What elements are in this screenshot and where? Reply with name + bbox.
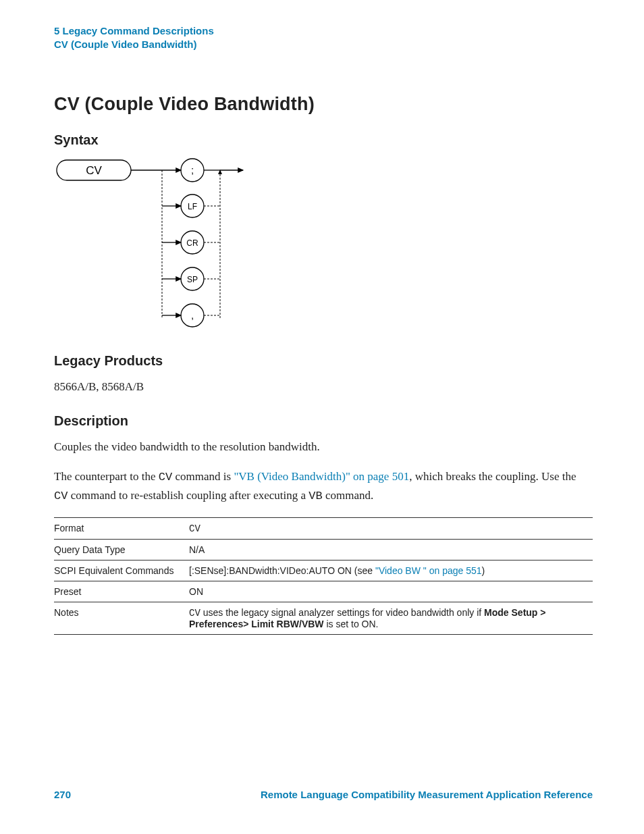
scpi-text-a: [:SENse]:BANDwidth:VIDeo:AUTO ON (see: [189, 565, 375, 576]
page-title: CV (Couple Video Bandwidth): [54, 94, 593, 115]
table-row: Format CV: [54, 517, 593, 539]
diagram-opt-4: ,: [191, 309, 194, 321]
table-row: SCPI Equivalent Commands [:SENse]:BANDwi…: [54, 560, 593, 581]
syntax-diagram: CV ; LF CR SP ,: [54, 157, 593, 336]
table-row: Notes CV uses the legacy signal analyzer…: [54, 602, 593, 634]
row-format-val: CV: [189, 517, 593, 539]
legacy-products-text: 8566A/B, 8568A/B: [54, 378, 593, 396]
page-number: 270: [54, 789, 71, 800]
legacy-products-heading: Legacy Products: [54, 353, 593, 369]
header-topic-line: CV (Couple Video Bandwidth): [54, 38, 593, 51]
row-query-val: N/A: [189, 539, 593, 560]
desc-p2c: , which breaks the coupling. Use the: [409, 470, 576, 483]
row-format-key: Format: [54, 517, 189, 539]
description-heading: Description: [54, 413, 593, 429]
row-scpi-val: [:SENse]:BANDwidth:VIDeo:AUTO ON (see "V…: [189, 560, 593, 581]
diagram-start-label: CV: [86, 164, 102, 177]
desc-p2-code1: CV: [159, 471, 172, 484]
row-preset-val: ON: [189, 581, 593, 602]
row-scpi-key: SCPI Equivalent Commands: [54, 560, 189, 581]
desc-p2b: command is: [172, 470, 234, 483]
vb-link[interactable]: "VB (Video Bandwidth)" on page 501: [234, 470, 409, 483]
syntax-heading: Syntax: [54, 132, 593, 148]
desc-p2-code2: CV: [54, 490, 68, 502]
desc-p2e: command.: [323, 489, 374, 502]
diagram-opt-0: ;: [191, 164, 194, 176]
desc-p2a: The counterpart to the: [54, 470, 159, 483]
page-footer: 270 Remote Language Compatibility Measur…: [54, 789, 593, 800]
scpi-text-b: ): [482, 565, 485, 576]
notes-code: CV: [189, 608, 200, 619]
row-notes-key: Notes: [54, 602, 189, 634]
row-query-key: Query Data Type: [54, 539, 189, 560]
diagram-opt-3: SP: [187, 275, 198, 284]
desc-p2d: command to re-establish coupling after e…: [68, 489, 308, 502]
table-row: Query Data Type N/A: [54, 539, 593, 560]
notes-text-b: is set to ON.: [324, 619, 379, 629]
diagram-opt-2: CR: [186, 238, 198, 248]
description-p1: Couples the video bandwidth to the resol…: [54, 438, 593, 456]
description-p2: The counterpart to the CV command is "VB…: [54, 468, 593, 505]
notes-text-a: uses the legacy signal analyzer settings…: [200, 607, 484, 618]
footer-reference: Remote Language Compatibility Measuremen…: [261, 789, 593, 800]
info-table: Format CV Query Data Type N/A SCPI Equiv…: [54, 517, 593, 635]
table-row: Preset ON: [54, 581, 593, 602]
desc-p2-code3: VB: [308, 490, 322, 502]
video-bw-link[interactable]: "Video BW " on page 551: [375, 565, 482, 576]
header-section-line: 5 Legacy Command Descriptions: [54, 24, 593, 38]
row-notes-val: CV uses the legacy signal analyzer setti…: [189, 602, 593, 634]
diagram-opt-1: LF: [188, 202, 197, 211]
row-preset-key: Preset: [54, 581, 189, 602]
